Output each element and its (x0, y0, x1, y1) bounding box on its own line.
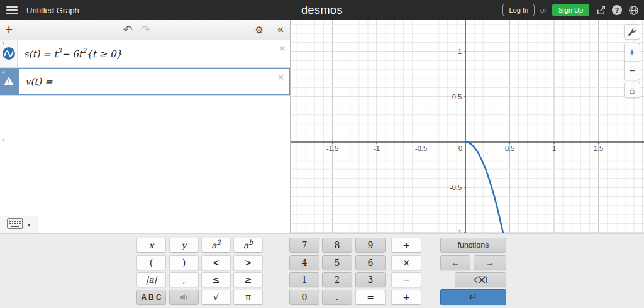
key-comma[interactable]: , (169, 272, 199, 287)
edit-list-gear-icon[interactable]: ⚙ (255, 25, 264, 35)
desmos-logo: desmos (301, 4, 343, 17)
math-text: − 6t (62, 48, 82, 60)
y-axis-label: -1 (455, 229, 462, 233)
x-axis-label: -0.5 (415, 145, 427, 152)
account-area: Log In or Sign Up ? (502, 0, 639, 20)
sign-up-button[interactable]: Sign Up (552, 4, 589, 16)
curve-color-icon[interactable] (2, 47, 16, 63)
delete-expression-1-icon[interactable]: × (279, 42, 286, 54)
key-pi[interactable]: π (233, 290, 263, 305)
graph-title[interactable]: Untitled Graph (26, 6, 79, 15)
y-axis-label: -0.5 (450, 184, 462, 191)
key-2[interactable]: 2 (322, 272, 352, 287)
math-text: s(t) = t (24, 48, 58, 60)
key-0[interactable]: 0 (289, 290, 319, 305)
key-abs[interactable]: |a| (136, 272, 166, 287)
language-globe-icon[interactable] (628, 4, 639, 16)
expression-3-index: 3 (2, 136, 4, 142)
key-6[interactable]: 6 (355, 255, 386, 270)
expression-2-math[interactable]: v(t) = × (18, 68, 290, 95)
x-axis-label: 0 (458, 145, 462, 152)
add-expression-button[interactable]: + (5, 23, 13, 36)
key-y[interactable]: y (169, 238, 199, 253)
x-axis-label: 1 (552, 145, 556, 152)
graph-canvas[interactable]: -1.5-1-0.500.511.510.5-0.5-1 (291, 20, 644, 233)
top-bar: Untitled Graph desmos Log In or Sign Up … (0, 0, 644, 20)
zoom-out-button[interactable]: − (625, 62, 640, 80)
key-multiply[interactable]: × (391, 255, 421, 270)
desmos-app: Untitled Graph desmos Log In or Sign Up … (0, 0, 644, 308)
graph-settings-wrench-icon[interactable] (624, 24, 640, 40)
key-4[interactable]: 4 (289, 255, 319, 270)
key-abc[interactable]: A B C (136, 290, 166, 305)
x-axis-label: 1.5 (594, 145, 603, 152)
x-axis-label: 0.5 (505, 145, 514, 152)
key-arrow-left[interactable]: ← (440, 255, 470, 270)
onscreen-keypad: x y a2 ab ( ) < > |a| , ≤ ≥ A B C √ π 7 … (0, 233, 644, 308)
expression-list: 1 s(t) = t3 − 6t2 {t ≥ 0} × 2 v(t) = × (0, 40, 291, 233)
expression-2-index: 2 (2, 69, 4, 74)
key-3[interactable]: 3 (355, 272, 386, 287)
expression-row-2[interactable]: 2 v(t) = × (0, 68, 290, 96)
or-label: or (540, 6, 547, 14)
expression-1-index: 1 (2, 41, 4, 47)
key-8[interactable]: 8 (322, 238, 352, 253)
key-x[interactable]: x (136, 238, 166, 253)
key-5[interactable]: 5 (322, 255, 352, 270)
undo-button[interactable]: ↶ (123, 25, 132, 35)
key-less-than[interactable]: < (201, 255, 231, 270)
key-open-paren[interactable]: ( (136, 255, 166, 270)
key-divide[interactable]: ÷ (391, 238, 421, 253)
key-9[interactable]: 9 (355, 238, 386, 253)
expression-1-gutter[interactable]: 1 (0, 40, 18, 67)
x-axis-label: -1.5 (326, 145, 338, 152)
key-backspace-icon[interactable]: ⌫ (455, 272, 506, 287)
key-greater-than[interactable]: > (233, 255, 263, 270)
key-sqrt[interactable]: √ (201, 290, 231, 305)
key-arrow-right[interactable]: → (474, 255, 506, 270)
y-axis-label: 0.5 (452, 93, 462, 101)
expression-1-math[interactable]: s(t) = t3 − 6t2 {t ≥ 0} × (18, 40, 290, 67)
key-a-power-b[interactable]: ab (233, 238, 263, 253)
default-viewport-home-button[interactable]: ⌂ (624, 82, 640, 98)
redo-button[interactable]: ↷ (141, 25, 150, 35)
key-exponent: 2 (216, 239, 220, 246)
key-label: a (243, 241, 248, 250)
key-less-equal[interactable]: ≤ (201, 272, 231, 287)
zoom-in-button[interactable]: + (625, 43, 640, 62)
keypad-toggle[interactable]: ▾ (0, 216, 38, 233)
key-minus[interactable]: − (391, 272, 421, 287)
key-equals[interactable]: = (355, 290, 386, 305)
function-curve (465, 142, 509, 233)
key-greater-equal[interactable]: ≥ (233, 272, 263, 287)
math-text: v(t) = (25, 76, 53, 87)
log-in-button[interactable]: Log In (502, 4, 535, 16)
warning-icon (3, 76, 14, 89)
expression-2-gutter[interactable]: 2 (0, 68, 18, 95)
collapse-panel-icon[interactable]: « (277, 23, 282, 35)
delete-expression-2-icon[interactable]: × (277, 71, 284, 83)
key-enter-icon[interactable]: ↵ (440, 289, 506, 305)
y-axis-label: 1 (458, 48, 462, 55)
key-decimal[interactable]: . (322, 290, 352, 305)
key-a-squared[interactable]: a2 (201, 238, 231, 253)
expression-row-1[interactable]: 1 s(t) = t3 − 6t2 {t ≥ 0} × (0, 40, 290, 68)
share-icon[interactable] (595, 4, 606, 16)
key-7[interactable]: 7 (289, 238, 319, 253)
help-icon[interactable]: ? (612, 5, 622, 15)
key-audio-speaker-icon[interactable] (169, 290, 199, 305)
x-axis-label: -1 (374, 145, 380, 152)
key-exponent: b (248, 239, 252, 246)
key-plus[interactable]: + (391, 290, 421, 305)
key-1[interactable]: 1 (289, 272, 319, 287)
functions-button[interactable]: functions (440, 238, 506, 253)
main-menu-icon[interactable] (6, 6, 18, 14)
math-exponent: 2 (82, 47, 86, 54)
key-close-paren[interactable]: ) (169, 255, 199, 270)
keyboard-icon (7, 218, 23, 231)
expression-toolbar: + ↶ ↷ ⚙ « (0, 20, 291, 40)
key-label: a (211, 241, 216, 250)
math-exponent: 3 (58, 47, 62, 54)
zoom-controls: + − (624, 43, 640, 80)
graph-area: -1.5-1-0.500.511.510.5-0.5-1 + − ⌂ (291, 20, 644, 233)
